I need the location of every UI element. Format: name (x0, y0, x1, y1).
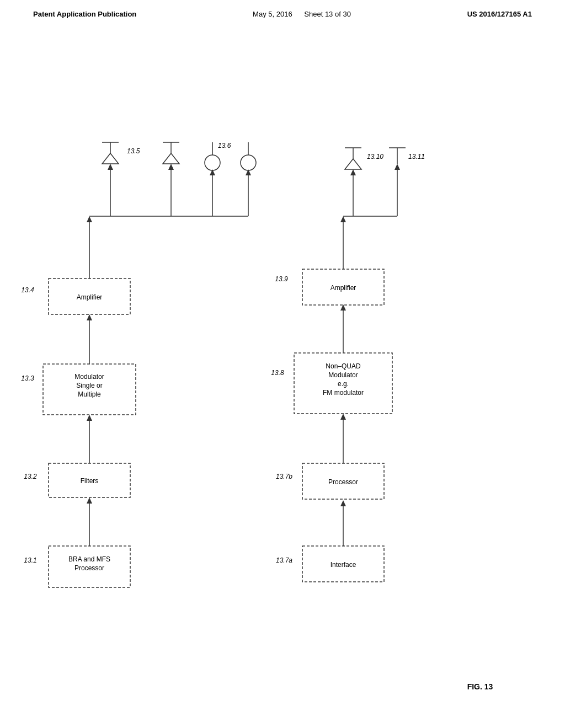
svg-text:13.6: 13.6 (218, 142, 231, 149)
svg-text:Multiple: Multiple (78, 390, 101, 398)
svg-marker-10 (87, 415, 92, 421)
svg-text:BRA and MFS: BRA and MFS (68, 555, 110, 563)
svg-text:13.2: 13.2 (24, 473, 37, 480)
svg-text:Modulator: Modulator (328, 371, 358, 379)
svg-text:13.1: 13.1 (24, 556, 36, 564)
svg-text:Non–QUAD: Non–QUAD (326, 362, 361, 370)
svg-marker-25 (108, 164, 113, 170)
svg-text:Modulator: Modulator (74, 373, 104, 381)
svg-text:13.10: 13.10 (367, 153, 383, 160)
svg-text:Processor: Processor (328, 478, 358, 486)
svg-text:FIG. 13: FIG. 13 (467, 682, 493, 691)
header-patent-number: US 2016/127165 A1 (467, 10, 532, 18)
svg-text:Amplifier: Amplifier (331, 284, 356, 292)
svg-marker-26 (102, 153, 119, 164)
svg-marker-53 (340, 414, 346, 420)
svg-text:FM modulator: FM modulator (323, 389, 364, 397)
svg-text:Filters: Filters (81, 477, 99, 485)
svg-text:Amplifier: Amplifier (77, 293, 103, 301)
page-header: Patent Application Publication May 5, 20… (0, 0, 565, 18)
svg-marker-32 (163, 153, 179, 164)
header-publication-label: Patent Application Publication (33, 10, 136, 18)
svg-text:13.8: 13.8 (271, 369, 284, 377)
svg-text:13.5: 13.5 (127, 147, 140, 155)
svg-marker-31 (168, 164, 174, 170)
svg-marker-75 (395, 164, 400, 170)
svg-text:e.g.: e.g. (338, 380, 349, 388)
svg-marker-69 (350, 169, 356, 175)
svg-text:13.4: 13.4 (21, 286, 34, 294)
svg-marker-66 (340, 216, 346, 222)
svg-text:13.9: 13.9 (275, 275, 288, 283)
diagram-area: BRA and MFS Processor 13.1 Filters 13.2 … (0, 66, 565, 717)
svg-rect-11 (43, 364, 136, 415)
svg-marker-17 (87, 314, 92, 320)
svg-point-42 (241, 155, 256, 170)
svg-text:13.7a: 13.7a (276, 556, 292, 564)
svg-text:13.3: 13.3 (21, 374, 34, 382)
svg-marker-48 (340, 500, 346, 506)
svg-text:Processor: Processor (74, 564, 104, 572)
svg-text:13.7b: 13.7b (276, 473, 292, 480)
header-date: May 5, 2016 Sheet 13 of 30 (253, 10, 351, 18)
svg-point-37 (205, 155, 220, 170)
svg-marker-5 (87, 497, 92, 504)
svg-text:13.11: 13.11 (408, 153, 425, 160)
patent-page: Patent Application Publication May 5, 20… (0, 0, 565, 728)
svg-text:Interface: Interface (331, 561, 356, 569)
svg-marker-70 (345, 159, 361, 169)
svg-marker-22 (87, 216, 92, 222)
svg-text:Single or: Single or (76, 382, 102, 389)
